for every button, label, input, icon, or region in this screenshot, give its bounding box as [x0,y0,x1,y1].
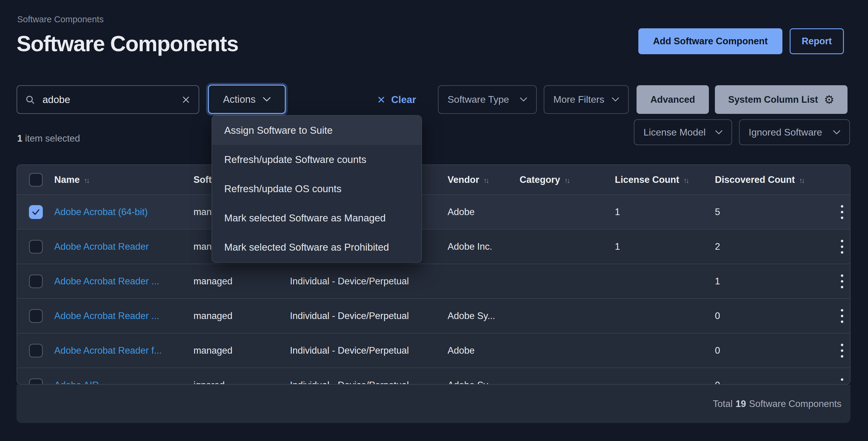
row-menu-button[interactable] [833,377,850,385]
column-header-name[interactable]: Name ↑↓ [54,175,193,185]
total-suffix: Software Components [749,399,841,409]
software-name-link[interactable]: Adobe Acrobat Reader [54,241,149,252]
vendor-cell: Adobe Sy... [447,380,520,385]
sort-icon[interactable]: ↑↓ [684,176,688,185]
license-count-cell: 1 [615,241,715,252]
chevron-down-icon [715,130,722,135]
more-filters-dropdown[interactable]: More Filters [544,85,629,114]
search-box[interactable] [17,85,199,114]
actions-label: Actions [223,94,255,105]
menu-item-refresh-software-counts[interactable]: Refresh/update Software counts [212,145,421,174]
software-type-cell: managed [193,276,290,287]
system-column-list-label: System Column List [728,94,818,105]
table-header-row: Name ↑↓ Soft Vendor ↑↓ Category ↑↓ Licen… [17,165,850,194]
column-header-license-count[interactable]: License Count ↑↓ [615,175,715,185]
menu-item-mark-managed[interactable]: Mark selected Software as Managed [212,203,421,232]
sort-icon[interactable]: ↑↓ [799,176,804,185]
row-checkbox[interactable] [29,344,43,357]
vendor-cell: Adobe [447,207,520,218]
software-components-table: Name ↑↓ Soft Vendor ↑↓ Category ↑↓ Licen… [17,164,850,385]
ignored-software-filter[interactable]: Ignored Software [739,119,850,145]
row-checkbox[interactable] [29,275,43,288]
search-icon [25,95,35,105]
chevron-down-icon [833,130,840,135]
chevron-down-icon [520,97,527,102]
sort-icon[interactable]: ↑↓ [84,176,89,185]
row-menu-button[interactable] [833,342,850,359]
more-filters-label: More Filters [553,94,604,105]
report-button[interactable]: Report [789,28,844,54]
column-header-discovered-count[interactable]: Discovered Count ↑↓ [715,175,833,185]
vendor-cell: Adobe [447,345,520,356]
discovered-count-cell: 0 [715,345,833,356]
table-row: Adobe AIR ignored Individual - Device/Pe… [17,368,850,385]
system-column-list-button[interactable]: System Column List ⚙ [715,85,847,114]
selection-count: 1 [17,133,22,144]
software-type-filter[interactable]: Software Type [438,85,537,114]
column-header-category[interactable]: Category ↑↓ [520,175,615,185]
table-row: Adobe Acrobat Reader ... managed Individ… [17,298,850,333]
row-checkbox[interactable] [29,309,43,323]
add-software-component-label: Add Software Component [653,36,768,47]
total-count: 19 [736,399,746,409]
select-all-checkbox[interactable] [29,173,43,187]
total-label: Total [713,399,733,409]
software-name-link[interactable]: Adobe AIR [54,380,99,385]
discovered-count-cell: 2 [715,241,833,252]
table-row: Adobe Acrobat Reader f... managed Indivi… [17,333,850,368]
chevron-down-icon [612,97,619,102]
table-row: Adobe Acrobat Reader ... managed Individ… [17,263,850,298]
clear-filters-button[interactable]: Clear [377,85,416,114]
discovered-count-cell: 0 [715,311,833,321]
menu-item-mark-prohibited[interactable]: Mark selected Software as Prohibited [212,232,421,262]
discovered-count-cell: 1 [715,276,833,287]
select-all-cell [17,173,54,187]
add-software-component-button[interactable]: Add Software Component [638,28,782,54]
selection-text: item selected [25,133,80,144]
actions-dropdown-button[interactable]: Actions [208,85,286,114]
row-menu-button[interactable] [833,238,850,255]
license-count-cell: 1 [615,207,715,218]
sort-icon[interactable]: ↑↓ [484,176,488,185]
software-type-filter-label: Software Type [447,94,509,105]
page-title: Software Components [17,31,239,56]
search-clear-icon[interactable] [181,95,191,104]
software-type-cell: managed [193,311,290,321]
clear-label: Clear [391,94,416,105]
software-name-link[interactable]: Adobe Acrobat Reader f... [54,345,162,356]
license-model-filter[interactable]: License Model [634,119,732,145]
software-type-cell: ignored [193,380,290,385]
license-model-cell: Individual - Device/Perpetual [290,380,447,385]
vendor-cell: Adobe Inc. [447,241,520,252]
table-row: Adobe Acrobat Reader managed Adobe Inc. … [17,229,850,263]
software-type-cell: managed [193,345,290,356]
selection-summary: 1 item selected [17,133,80,144]
row-checkbox-checked[interactable] [29,205,43,219]
row-checkbox[interactable] [29,240,43,254]
advanced-label: Advanced [650,94,695,105]
software-name-link[interactable]: Adobe Acrobat (64-bit) [54,207,148,217]
discovered-count-cell: 0 [715,380,833,385]
column-header-vendor[interactable]: Vendor ↑↓ [447,175,520,185]
advanced-button[interactable]: Advanced [637,85,709,114]
row-menu-button[interactable] [833,203,850,221]
license-model-cell: Individual - Device/Perpetual [290,345,447,356]
software-name-link[interactable]: Adobe Acrobat Reader ... [54,311,159,321]
breadcrumb[interactable]: Software Components [17,14,104,24]
menu-item-refresh-os-counts[interactable]: Refresh/update OS counts [212,174,421,203]
table-footer: Total 19 Software Components [17,385,850,423]
row-checkbox[interactable] [29,378,43,385]
software-name-link[interactable]: Adobe Acrobat Reader ... [54,276,159,286]
row-menu-button[interactable] [833,307,850,325]
search-input[interactable] [42,94,175,106]
sort-icon[interactable]: ↑↓ [564,176,569,185]
ignored-software-filter-label: Ignored Software [749,127,822,138]
vendor-cell: Adobe Sy... [447,311,520,321]
row-menu-button[interactable] [833,273,850,290]
license-model-cell: Individual - Device/Perpetual [290,311,447,321]
discovered-count-cell: 5 [715,207,833,218]
report-label: Report [802,36,832,47]
menu-item-assign-software-to-suite[interactable]: Assign Software to Suite [212,116,421,145]
gear-icon: ⚙ [824,94,834,105]
license-model-filter-label: License Model [644,127,706,138]
